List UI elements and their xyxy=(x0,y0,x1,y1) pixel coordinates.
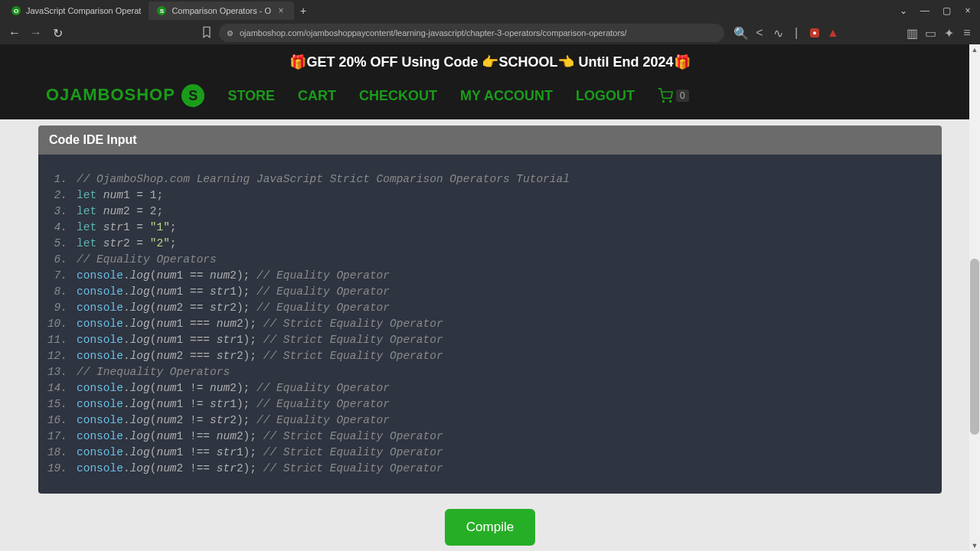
code-line: 16.console.log(num2 != str2); // Equalit… xyxy=(46,412,934,429)
code-line: 3.let num2 = 2; xyxy=(46,204,934,220)
wallet-icon[interactable]: ▭ xyxy=(923,26,937,40)
panel-icon[interactable]: ▥ xyxy=(905,26,919,40)
ide-header: Code IDE Input xyxy=(38,126,942,155)
close-icon[interactable]: × xyxy=(276,5,286,16)
line-number: 9. xyxy=(46,300,77,316)
url-text: ojamboshop.com/ojamboshoppaycontent/lear… xyxy=(240,28,627,37)
line-number: 19. xyxy=(46,461,77,477)
reload-button[interactable]: ↻ xyxy=(49,24,66,41)
site-settings-icon[interactable]: ⚙ xyxy=(227,29,234,37)
line-content: // OjamboShop.com Learning JavaScript St… xyxy=(77,171,570,187)
code-line: 13.// Inequality Operators xyxy=(46,364,934,380)
scroll-down-icon[interactable]: ▼ xyxy=(969,540,980,551)
code-editor[interactable]: 1.// OjamboShop.com Learning JavaScript … xyxy=(38,155,942,494)
promo-text: 🎁GET 20% OFF Using Code 👉SCHOOL👈 Until E… xyxy=(289,54,690,70)
favicon-icon: S xyxy=(156,5,167,16)
line-content: console.log(num1 == num2); // Equality O… xyxy=(77,268,390,284)
minimize-icon[interactable]: — xyxy=(916,2,934,20)
line-content: console.log(num1 !== num2); // Strict Eq… xyxy=(77,429,443,445)
line-content: console.log(num2 != str2); // Equality O… xyxy=(77,412,390,429)
url-bar: ← → ↻ ⚙ ojamboshop.com/ojamboshoppaycont… xyxy=(0,21,980,44)
cart-count: 0 xyxy=(676,90,689,102)
page-content: 🎁GET 20% OFF Using Code 👉SCHOOL👈 Until E… xyxy=(0,44,980,551)
line-content: // Equality Operators xyxy=(77,252,217,268)
line-content: let num1 = 1; xyxy=(77,187,163,204)
code-line: 6.// Equality Operators xyxy=(46,252,934,268)
cart-widget[interactable]: 0 xyxy=(658,88,689,103)
scroll-up-icon[interactable]: ▲ xyxy=(969,44,980,55)
line-content: console.log(num1 != num2); // Equality O… xyxy=(77,380,390,396)
close-window-icon[interactable]: × xyxy=(959,2,977,20)
extension-shield-icon[interactable]: ● xyxy=(808,27,821,39)
maximize-icon[interactable]: ▢ xyxy=(937,2,956,20)
line-number: 8. xyxy=(46,284,77,300)
tab-bar: O JavaScript Comparison Operat S Compari… xyxy=(0,0,980,21)
line-content: console.log(num1 != str1); // Equality O… xyxy=(77,396,390,412)
nav-store[interactable]: STORE xyxy=(227,88,275,104)
bookmark-icon[interactable] xyxy=(201,26,214,40)
chevron-down-icon[interactable]: ⌄ xyxy=(894,2,913,20)
line-content: let str1 = "1"; xyxy=(77,220,177,236)
code-line: 12.console.log(num2 === str2); // Strict… xyxy=(46,348,934,364)
new-tab-button[interactable]: + xyxy=(294,2,312,20)
nav-checkout[interactable]: CHECKOUT xyxy=(359,88,437,104)
url-actions: 🔍 < ∿ | ● ▲ xyxy=(735,27,839,39)
logo[interactable]: OJAMBOSHOP S xyxy=(46,84,204,107)
divider-icon: | xyxy=(790,27,802,39)
scroll-thumb[interactable] xyxy=(970,259,979,435)
line-number: 3. xyxy=(46,204,77,220)
line-content: console.log(num2 !== str2); // Strict Eq… xyxy=(77,461,443,477)
share-icon[interactable]: < xyxy=(753,27,766,39)
tab-inactive[interactable]: O JavaScript Comparison Operat xyxy=(3,2,149,20)
forward-button[interactable]: → xyxy=(28,24,44,41)
cart-icon xyxy=(658,88,673,103)
line-number: 13. xyxy=(46,364,77,380)
line-number: 6. xyxy=(46,252,77,268)
nav-logout[interactable]: LOGOUT xyxy=(576,88,635,104)
code-line: 10.console.log(num1 === num2); // Strict… xyxy=(46,316,934,332)
browser-actions: ▥ ▭ ✦ ≡ xyxy=(905,26,974,40)
back-button[interactable]: ← xyxy=(6,24,23,41)
line-content: console.log(num1 !== str1); // Strict Eq… xyxy=(77,445,443,461)
line-content: // Inequality Operators xyxy=(77,364,230,380)
nav-cart[interactable]: CART xyxy=(298,88,336,104)
code-line: 8.console.log(num1 == str1); // Equality… xyxy=(46,284,934,300)
tab-title: JavaScript Comparison Operat xyxy=(26,6,141,15)
logo-icon: S xyxy=(181,84,204,107)
url-input[interactable]: ⚙ ojamboshop.com/ojamboshoppaycontent/le… xyxy=(219,24,724,42)
nav-account[interactable]: MY ACCOUNT xyxy=(460,88,553,104)
svg-point-0 xyxy=(663,101,665,103)
code-line: 7.console.log(num1 == num2); // Equality… xyxy=(46,268,934,284)
extension-warn-icon[interactable]: ▲ xyxy=(827,27,839,39)
line-number: 4. xyxy=(46,220,77,236)
line-number: 10. xyxy=(46,316,77,332)
zoom-icon[interactable]: 🔍 xyxy=(735,27,747,39)
menu-icon[interactable]: ≡ xyxy=(960,26,974,40)
tab-title: Comparison Operators - O xyxy=(172,6,271,15)
line-content: console.log(num1 === num2); // Strict Eq… xyxy=(77,316,443,332)
line-number: 1. xyxy=(46,171,77,187)
compile-button[interactable]: Compile xyxy=(445,509,535,546)
code-line: 4.let str1 = "1"; xyxy=(46,220,934,236)
line-number: 14. xyxy=(46,380,77,396)
code-line: 14.console.log(num1 != num2); // Equalit… xyxy=(46,380,934,396)
code-line: 15.console.log(num1 != str1); // Equalit… xyxy=(46,396,934,412)
code-line: 9.console.log(num2 == str2); // Equality… xyxy=(46,300,934,316)
code-line: 19.console.log(num2 !== str2); // Strict… xyxy=(46,461,934,477)
code-line: 5.let str2 = "2"; xyxy=(46,236,934,252)
code-line: 17.console.log(num1 !== num2); // Strict… xyxy=(46,429,934,445)
line-content: console.log(num1 == str1); // Equality O… xyxy=(77,284,390,300)
browser-chrome: O JavaScript Comparison Operat S Compari… xyxy=(0,0,980,44)
rss-icon[interactable]: ∿ xyxy=(772,27,784,39)
sparkle-icon[interactable]: ✦ xyxy=(942,26,956,40)
code-line: 1.// OjamboShop.com Learning JavaScript … xyxy=(46,171,934,187)
code-line: 18.console.log(num1 !== str1); // Strict… xyxy=(46,445,934,461)
line-content: console.log(num1 === str1); // Strict Eq… xyxy=(77,332,443,348)
code-line: 2.let num1 = 1; xyxy=(46,187,934,204)
line-content: let str2 = "2"; xyxy=(77,236,177,252)
tab-active[interactable]: S Comparison Operators - O × xyxy=(149,2,294,20)
line-content: console.log(num2 == str2); // Equality O… xyxy=(77,300,390,316)
scrollbar[interactable]: ▲ ▼ xyxy=(969,44,980,551)
window-controls: ⌄ — ▢ × xyxy=(894,2,977,20)
content-wrap: Code IDE Input 1.// OjamboShop.com Learn… xyxy=(0,119,980,551)
